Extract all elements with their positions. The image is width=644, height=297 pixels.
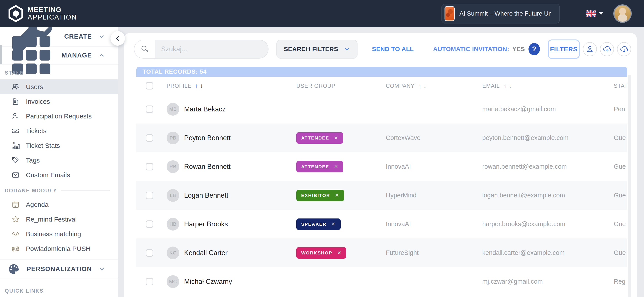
column-header-company[interactable]: COMPANY ↑ ↓ [386,83,482,89]
automatic-invitation-toggle[interactable]: AUTOMATIC INVITATION: YES [433,46,525,53]
status-cell: Pen [614,106,627,113]
row-checkbox[interactable] [146,192,153,199]
sidebar-item-users[interactable]: Users [0,79,118,94]
user-name: Harper Brooks [184,220,228,228]
row-checkbox[interactable] [146,106,153,113]
badge-remove-icon[interactable]: ✕ [337,250,342,256]
user-group-badge[interactable]: ATTENDEE ✕ [296,161,343,172]
chevron-down-icon [599,12,603,15]
ticket-stats-icon: $ [12,141,20,150]
user-group-badge[interactable]: WORKSHOP ✕ [296,247,346,259]
sort-asc-icon[interactable]: ↑ [504,83,507,89]
user-name: Kendall Carter [184,249,228,257]
calendar-icon [12,200,20,209]
sidebar-item-tickets[interactable]: Tickets [0,124,118,138]
row-checkbox[interactable] [146,163,153,170]
badge-remove-icon[interactable]: ✕ [332,221,336,227]
row-checkbox[interactable] [146,278,153,285]
sort-asc-icon[interactable]: ↑ [419,83,422,89]
sidebar-item-remind-festival[interactable]: Re_mind Festival [0,212,118,227]
chevron-down-icon [344,46,350,52]
sidebar-item-tags[interactable]: Tags [0,153,118,168]
main-panel: SEARCH FILTERS SEND TO ALL AUTOMATIC INV… [124,33,637,297]
help-icon[interactable]: ? [528,43,540,55]
user-group-badge[interactable]: ATTENDEE ✕ [296,132,343,144]
event-title: AI Summit – Where the Future Unf... [460,10,550,17]
badge-label: EXHIBITOR [301,193,330,198]
table-scrollbar[interactable] [628,75,631,297]
sidebar-section-personalization[interactable]: PERSONALIZATION [0,259,118,279]
table-row[interactable]: MB Marta Bekacz marta.bekacz@gmail.com P… [136,95,627,124]
app-logo-text: MEETING APPLICATION [28,6,77,21]
status-cell: Reg [614,278,627,285]
sidebar-section-manage[interactable]: MANAGE [0,47,118,65]
badge-remove-icon[interactable]: ✕ [334,164,338,170]
status-cell: Gue [614,192,627,199]
sidebar-item-label: Re_mind Festival [26,216,77,223]
sidebar-scrollbar[interactable] [0,45,2,64]
table-row[interactable]: MC Michał Czwarny mj.czwar@gmail.com Reg [136,267,627,296]
send-to-all-button[interactable]: SEND TO ALL [372,46,414,53]
row-checkbox[interactable] [146,249,153,257]
search-input[interactable] [156,40,268,58]
sidebar-item-label: Ticket Stats [26,142,60,149]
column-header-email[interactable]: EMAIL ↑ ↓ [482,83,614,89]
add-user-button[interactable] [583,42,597,56]
sidebar-item-business-matching[interactable]: Business matching [0,227,118,241]
table-row[interactable]: LB Logan Bennett EXHIBITOR ✕ HyperMind l… [136,181,627,210]
email-cell: logan.bennett@example.com [482,192,614,199]
avatar: LB [166,189,179,202]
column-header-status[interactable]: STAT [614,83,627,89]
total-records-label: TOTAL RECORDS: 54 [142,69,207,75]
column-label: EMAIL [482,83,500,89]
table-row[interactable]: KC Kendall Carter WORKSHOP ✕ FutureSight… [136,238,627,267]
sidebar-item-invoices[interactable]: Invoices [0,94,118,109]
chevron-down-icon [98,33,105,40]
svg-text:$: $ [13,141,15,145]
download-button[interactable] [617,42,631,56]
search-button[interactable] [134,40,156,58]
table-row[interactable]: PB Peyton Bennett ATTENDEE ✕ CortexWave … [136,124,627,152]
sidebar-item-push-notifications[interactable]: Powiadomienia PUSH [0,241,118,256]
avatar: HB [166,218,179,230]
table-row[interactable]: RB Rowan Bennett ATTENDEE ✕ InnovaAI row… [136,152,627,181]
sidebar-item-label: Users [26,83,43,91]
user-group-badge[interactable]: EXHIBITOR ✕ [296,190,344,201]
badge-label: WORKSHOP [301,250,332,255]
sidebar-item-label: Custom Emails [26,171,70,179]
language-selector[interactable] [586,10,603,17]
table-header-row: PROFILE ↑ ↓ USER GROUP COMPANY ↑ ↓ EMAIL… [136,77,627,95]
event-thumbnail-image [444,6,454,21]
status-cell: Gue [614,163,627,170]
sidebar-item-agenda[interactable]: Agenda [0,197,118,212]
sidebar-collapse-button[interactable] [110,31,125,46]
event-switcher[interactable]: AI Summit – Where the Future Unf... [442,4,560,24]
user-name: Peyton Bennett [184,134,230,142]
search-filters-dropdown[interactable]: SEARCH FILTERS [276,40,358,59]
email-cell: mj.czwar@gmail.com [482,278,614,285]
email-cell: peyton.bennett@example.com [482,134,614,141]
badge-remove-icon[interactable]: ✕ [334,135,338,141]
table-row[interactable]: HB Harper Brooks SPEAKER ✕ InnovaAI harp… [136,210,627,238]
sidebar-item-participation-requests[interactable]: ? Participation Requests [0,109,118,124]
badge-remove-icon[interactable]: ✕ [335,193,339,198]
sort-asc-icon[interactable]: ↑ [195,83,198,89]
row-checkbox[interactable] [146,134,153,142]
sidebar-item-custom-emails[interactable]: Custom Emails [0,168,118,182]
column-header-profile[interactable]: PROFILE ↑ ↓ [160,83,296,89]
row-checkbox[interactable] [146,220,153,228]
sort-desc-icon[interactable]: ↓ [509,83,512,89]
avatar: RB [166,160,179,173]
avatar: MC [166,275,179,288]
user-avatar[interactable] [613,5,632,23]
sidebar-item-ticket-stats[interactable]: $ Ticket Stats [0,138,118,153]
sort-desc-icon[interactable]: ↓ [424,83,427,89]
select-all-checkbox[interactable] [146,82,153,90]
email-cell: marta.bekacz@gmail.com [482,106,614,113]
filters-button[interactable]: FILTERS [548,40,580,59]
upload-button[interactable] [600,42,614,56]
company-cell: CortexWave [386,134,482,141]
sort-desc-icon[interactable]: ↓ [200,83,203,89]
column-header-user-group[interactable]: USER GROUP [296,83,386,89]
user-group-badge[interactable]: SPEAKER ✕ [296,218,341,230]
